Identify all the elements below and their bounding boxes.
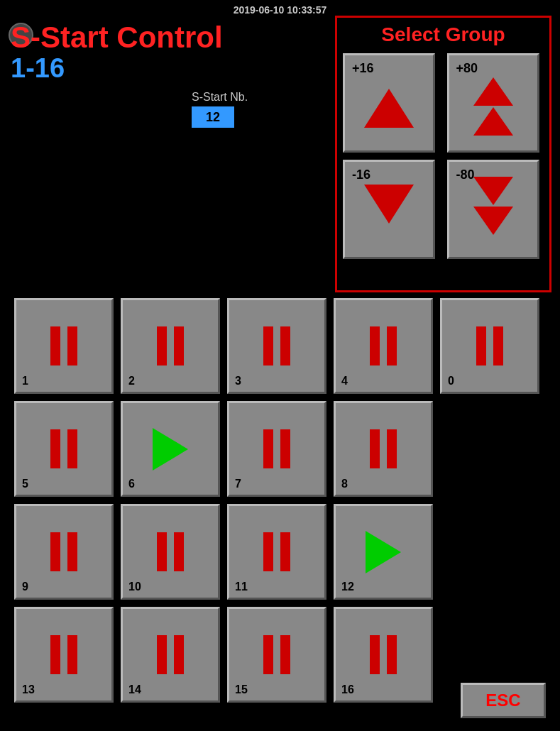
pause-icon [370,326,397,366]
pause-icon [263,635,290,674]
sstart-value: 12 [192,106,234,128]
pause-bar-right [387,429,397,468]
channel-button-1[interactable]: 1 [14,298,114,394]
channel-button-10[interactable]: 10 [121,504,220,600]
channel-button-7[interactable]: 7 [227,401,326,497]
pause-bar-left [370,635,380,674]
down-single-arrow-icon [364,185,414,224]
channel-button-5[interactable]: 5 [14,401,114,497]
pause-bar-right [280,635,290,674]
channel-button-0[interactable]: 0 [440,298,539,394]
pause-bar-left [370,429,380,468]
minus16-button[interactable]: -16 [343,160,435,259]
up-single-arrow-icon [364,89,414,128]
pause-bar-right [387,635,397,674]
pause-bar-left [263,635,273,674]
channel-empty-slot [440,401,539,497]
channel-button-11[interactable]: 11 [227,504,326,600]
pause-icon [157,326,184,366]
channel-button-3[interactable]: 3 [227,298,326,394]
channel-button-4[interactable]: 4 [334,298,433,394]
pause-bar-left [50,326,60,366]
channel-number-label: 9 [22,581,28,593]
pause-icon [370,429,397,468]
channel-button-8[interactable]: 8 [334,401,433,497]
select-group-box: Select Group +16 +80 -16 -80 [335,16,551,292]
plus80-button[interactable]: +80 [447,53,539,153]
channel-number-label: 7 [235,478,241,490]
title-main: S-Start Control [11,21,223,54]
down-arrow-tri-1 [473,177,513,205]
channel-button-13[interactable]: 13 [14,607,114,703]
channel-number-label: 5 [22,478,28,490]
pause-icon [263,326,290,366]
pause-bar-left [263,532,273,571]
channel-button-12[interactable]: 12 [334,504,433,600]
channel-number-label: 8 [341,478,348,490]
select-group-title: Select Group [343,23,544,46]
pause-bar-left [370,326,380,366]
channel-number-label: 2 [128,375,135,388]
pause-icon [50,635,77,674]
minus80-label: -80 [456,167,475,182]
pause-icon [476,326,503,366]
esc-label: ESC [485,691,520,710]
channel-number-label: 4 [341,375,348,388]
pause-bar-left [263,429,273,468]
pause-bar-right [174,532,184,571]
channel-number-label: 15 [235,683,248,696]
channel-number-label: 6 [128,478,135,490]
plus16-button[interactable]: +16 [343,53,435,153]
up-arrow-tri-1 [473,77,513,106]
sstart-label: S-Start Nb. [192,91,248,104]
channel-button-9[interactable]: 9 [14,504,114,600]
pause-icon [263,532,290,571]
plus16-label: +16 [352,61,374,76]
pause-bar-right [67,326,77,366]
plus80-label: +80 [456,61,478,76]
channel-number-label: 13 [22,683,35,696]
pause-icon [50,532,77,571]
pause-bar-right [174,326,184,366]
title-sub: 1-16 [11,54,223,84]
channel-button-2[interactable]: 2 [121,298,220,394]
play-icon [153,428,188,471]
channel-number-label: 0 [448,375,454,388]
up-double-arrow-icon [473,77,513,136]
pause-bar-left [50,532,60,571]
minus80-button[interactable]: -80 [447,160,539,259]
pause-bar-right [280,532,290,571]
esc-button[interactable]: ESC [461,683,546,718]
pause-bar-right [280,326,290,366]
channel-button-15[interactable]: 15 [227,607,326,703]
pause-bar-left [157,635,167,674]
pause-bar-left [157,326,167,366]
channel-number-label: 10 [128,581,141,593]
channels-grid: 123405678910111213141516 [14,298,539,703]
pause-bar-right [67,532,77,571]
play-icon [366,531,401,573]
title-area: S-Start Control 1-16 [11,21,223,84]
pause-icon [263,429,290,468]
pause-icon [370,635,397,674]
channel-button-14[interactable]: 14 [121,607,220,703]
channel-number-label: 12 [341,581,354,593]
timestamp: 2019-06-10 10:33:57 [234,4,327,16]
pause-icon [157,635,184,674]
channel-number-label: 3 [235,375,241,388]
pause-icon [50,429,77,468]
pause-bar-right [174,635,184,674]
pause-bar-right [67,429,77,468]
pause-bar-left [263,326,273,366]
pause-bar-left [50,635,60,674]
pause-bar-right [387,326,397,366]
channel-button-16[interactable]: 16 [334,607,433,703]
up-arrow-tri-2 [473,107,513,136]
pause-bar-left [157,532,167,571]
channel-number-label: 14 [128,683,141,696]
channel-button-6[interactable]: 6 [121,401,220,497]
pause-icon [50,326,77,366]
channel-number-label: 11 [235,581,248,593]
pause-icon [157,532,184,571]
down-arrow-tri-2 [473,207,513,235]
